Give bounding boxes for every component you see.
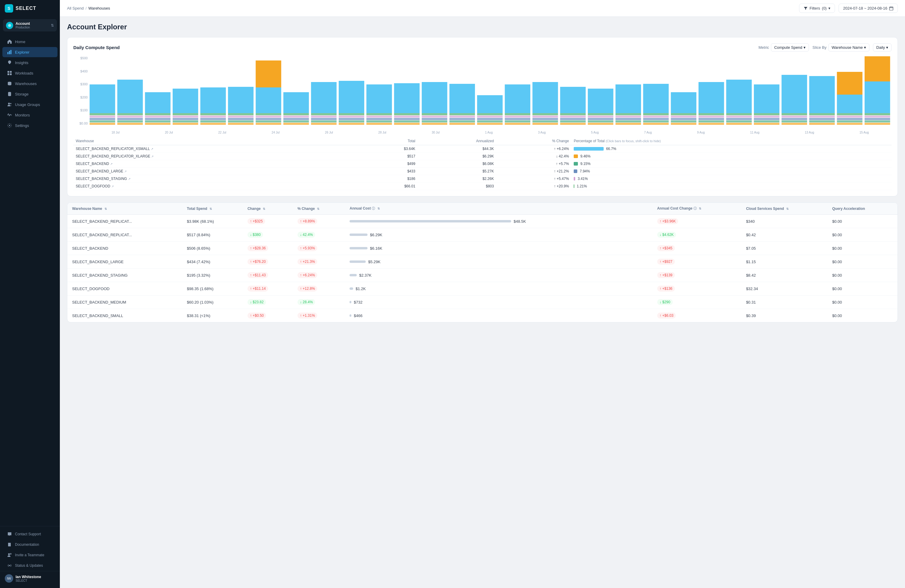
col-header-cloud-spend[interactable]: Cloud Services Spend ⇅ xyxy=(741,203,827,215)
sidebar-item-warehouses[interactable]: Warehouses xyxy=(2,78,57,89)
table-row[interactable]: SELECT_BACKEND_LARGE $434 (7.42%) ↑ +$76… xyxy=(67,255,897,269)
external-link-icon[interactable]: ↗ xyxy=(151,147,153,151)
x-label: 11 Aug xyxy=(750,131,760,134)
sidebar-item-status-updates[interactable]: Status & Updates xyxy=(2,561,57,571)
svg-rect-91 xyxy=(394,116,419,118)
sidebar-item-contact-support[interactable]: Contact Support xyxy=(2,529,57,539)
svg-rect-148 xyxy=(671,123,696,125)
svg-rect-118 xyxy=(532,123,558,125)
period-select[interactable]: Daily ▾ xyxy=(873,43,892,51)
annual-bar-container: $466 xyxy=(349,313,362,318)
filters-button[interactable]: Filters (0) ▾ xyxy=(799,3,835,13)
legend-pct: 9.46% xyxy=(571,153,892,160)
breadcrumb-all-spend[interactable]: All Spend xyxy=(67,6,84,11)
pct-badge-up: ↑ +12.8% xyxy=(297,286,317,292)
table-row[interactable]: SELECT_BACKEND_SMALL $38.31 (<1%) ↑ +$0.… xyxy=(67,309,897,323)
svg-rect-138 xyxy=(616,118,641,120)
sidebar-item-label: Contact Support xyxy=(15,532,41,536)
external-link-icon[interactable]: ↗ xyxy=(151,155,154,158)
y-label-0: $0.00 xyxy=(73,122,88,125)
cell-annual-cost: $48.5K xyxy=(345,215,652,228)
sidebar-item-workloads[interactable]: Workloads xyxy=(2,68,57,78)
external-link-icon[interactable]: ↗ xyxy=(128,177,130,181)
legend-row[interactable]: SELECT_BACKEND ↗ $499 $6.08K ↑ +5.7% 9.1… xyxy=(73,160,892,168)
svg-rect-95 xyxy=(422,120,447,122)
cell-total-spend: $434 (7.42%) xyxy=(182,255,243,269)
pct-bar-container: 9.46% xyxy=(574,154,889,158)
svg-rect-130 xyxy=(588,123,613,125)
calendar-icon xyxy=(889,6,893,11)
svg-rect-131 xyxy=(588,120,613,122)
table-row[interactable]: SELECT_BACKEND_STAGING $195 (3.32%) ↑ +$… xyxy=(67,269,897,282)
table-row[interactable]: SELECT_BACKEND_MEDIUM $60.20 (1.03%) ↓ $… xyxy=(67,296,897,309)
date-picker-button[interactable]: 2024-07-18 ~ 2024-08-16 xyxy=(838,3,898,13)
legend-change: ↑ +6.24% xyxy=(496,145,571,153)
cell-pct-change: ↓ 28.4% xyxy=(293,296,345,309)
col-header-warehouse-name[interactable]: Warehouse Name ⇅ xyxy=(67,203,182,215)
svg-rect-5 xyxy=(8,71,9,73)
svg-rect-84 xyxy=(366,118,392,120)
col-header-annual-cost[interactable]: Annual Cost ⓘ ⇅ xyxy=(345,203,652,215)
sidebar-item-monitors[interactable]: Monitors xyxy=(2,110,57,120)
sidebar-item-usage-groups[interactable]: Usage Groups xyxy=(2,99,57,110)
table-row[interactable]: SELECT_BACKEND $506 (8.65%) ↑ +$28.36 ↑ … xyxy=(67,242,897,255)
svg-rect-40 xyxy=(173,120,198,122)
svg-rect-177 xyxy=(782,75,807,113)
svg-rect-37 xyxy=(145,113,170,115)
x-axis: 18 Jul20 Jul22 Jul24 Jul26 Jul28 Jul30 J… xyxy=(89,125,892,134)
annual-mini-bar xyxy=(349,274,357,277)
pct-badge-up: ↑ +6.24% xyxy=(297,272,317,278)
bar-chart-svg xyxy=(89,56,892,125)
svg-rect-68 xyxy=(283,113,309,115)
legend-change: ↓ 42.4% xyxy=(496,153,571,160)
legend-row[interactable]: SELECT_BACKEND_REPLICATOR_XSMALL ↗ $3.64… xyxy=(73,145,892,153)
sidebar-item-home[interactable]: Home xyxy=(2,37,57,47)
sidebar-item-insights[interactable]: Insights xyxy=(2,57,57,68)
activity-icon xyxy=(7,113,12,118)
sidebar-item-label: Status & Updates xyxy=(15,563,43,567)
external-link-icon[interactable]: ↗ xyxy=(124,170,127,173)
col-header-change[interactable]: Change ⇅ xyxy=(243,203,293,215)
svg-rect-79 xyxy=(339,116,364,118)
sidebar-item-documentation[interactable]: Documentation xyxy=(2,539,57,550)
chart-title: Daily Compute Spend xyxy=(73,45,120,50)
external-link-icon[interactable]: ↗ xyxy=(111,185,114,188)
col-header-pct-change[interactable]: % Change ⇅ xyxy=(293,203,345,215)
change-badge-up: ↑ +$325 xyxy=(248,218,265,224)
svg-rect-181 xyxy=(809,116,835,118)
sidebar-item-explorer[interactable]: Explorer xyxy=(2,47,57,57)
table-row[interactable]: SELECT_BACKEND_REPLICAT... $517 (8.84%) … xyxy=(67,228,897,242)
sidebar-item-label: Documentation xyxy=(15,542,39,547)
external-link-icon[interactable]: ↗ xyxy=(110,162,113,165)
change-badge-down: ↓ $23.82 xyxy=(248,299,266,305)
legend-row[interactable]: SELECT_BACKEND_REPLICATOR_XLARGE ↗ $517 … xyxy=(73,153,892,160)
legend-row[interactable]: SELECT_BACKEND_LARGE ↗ $433 $5.27K ↑ +21… xyxy=(73,168,892,175)
cell-annual-cost-change: ↑ +$3.96K xyxy=(653,215,741,228)
table-row[interactable]: SELECT_DOGFOOD $98.35 (1.68%) ↑ +$11.14 … xyxy=(67,282,897,296)
table-row[interactable]: SELECT_BACKEND_REPLICAT... $3.98K (68.1%… xyxy=(67,215,897,228)
cell-warehouse-name: SELECT_BACKEND_LARGE xyxy=(67,255,182,269)
acc-badge-down: ↓ $290 xyxy=(657,299,673,305)
svg-rect-179 xyxy=(809,120,835,122)
legend-row[interactable]: SELECT_DOGFOOD ↗ $66.01 $803 ↑ +20.9% 1.… xyxy=(73,183,892,190)
col-header-total-spend[interactable]: Total Spend ⇅ xyxy=(182,203,243,215)
breadcrumb-warehouses: Warehouses xyxy=(88,6,110,11)
svg-rect-132 xyxy=(588,118,613,120)
sidebar-item-settings[interactable]: Settings xyxy=(2,120,57,130)
sidebar-item-invite-teammate[interactable]: Invite a Teammate xyxy=(2,550,57,560)
svg-rect-143 xyxy=(643,120,668,122)
annual-bar-container: $732 xyxy=(349,300,362,305)
svg-rect-71 xyxy=(311,120,337,122)
svg-rect-193 xyxy=(865,118,890,120)
x-label: 9 Aug xyxy=(697,131,705,134)
legend-row[interactable]: SELECT_BACKEND_STAGING ↗ $186 $2.26K ↑ +… xyxy=(73,175,892,183)
svg-rect-67 xyxy=(283,116,309,118)
sidebar-item-storage[interactable]: Storage xyxy=(2,89,57,99)
col-header-annual-cost-change[interactable]: Annual Cost Change ⓘ ⇅ xyxy=(653,203,741,215)
metric-select[interactable]: Compute Spend ▾ xyxy=(771,43,809,51)
slice-select[interactable]: Warehouse Name ▾ xyxy=(829,43,869,51)
account-switcher[interactable]: Account Production ⇅ xyxy=(3,19,57,32)
cell-change: ↑ +$28.36 xyxy=(243,242,293,255)
svg-rect-162 xyxy=(726,118,752,120)
cell-pct-change: ↑ +1.31% xyxy=(293,309,345,323)
